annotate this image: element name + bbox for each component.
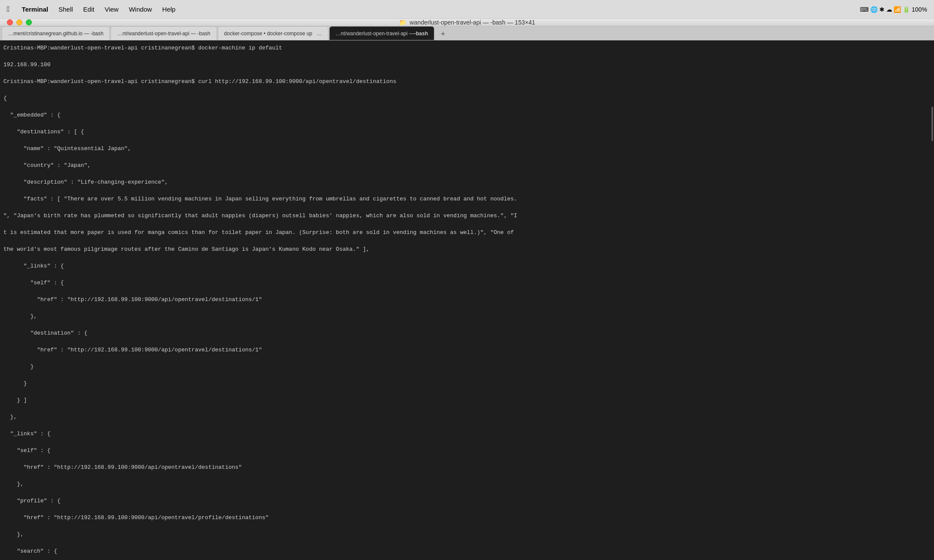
line-25: "self" : { [3,446,931,455]
terminal-area[interactable]: Cristinas-MBP:wanderlust-open-travel-api… [0,40,934,560]
line-19: "href" : "http://192.168.99.100:9000/api… [3,346,931,354]
tab-3[interactable]: docker-compose • docker-compose up … [218,26,328,40]
line-31: "search" : { [3,547,931,556]
line-29: "href" : "http://192.168.99.100:9000/api… [3,514,931,522]
line-3: Cristinas-MBP:wanderlust-open-travel-api… [3,77,931,86]
line-17: }, [3,312,931,321]
menubar-window[interactable]: Window [129,6,152,13]
close-button[interactable] [7,19,13,25]
terminal-output[interactable]: Cristinas-MBP:wanderlust-open-travel-api… [0,40,934,560]
scrollbar-track[interactable] [931,98,934,560]
menubar-edit[interactable]: Edit [83,6,94,13]
line-11: ", "Japan's birth rate has plummeted so … [3,212,931,220]
line-7: "name" : "Quintessential Japan", [3,145,931,153]
line-20: } [3,363,931,371]
window-title: wanderlust-open-travel-api — -bash — 153… [410,19,535,26]
line-5: "_embedded" : { [3,111,931,120]
line-18: "destination" : { [3,329,931,338]
line-1: Cristinas-MBP:wanderlust-open-travel-api… [3,44,931,52]
tab-4[interactable]: …nt/wanderlust-open-travel-api — -bash [329,26,435,40]
line-10: "facts" : [ "There are over 5.5 million … [3,195,931,203]
titlebar-text: 📁 wanderlust-open-travel-api — -bash — 1… [399,19,535,26]
tab-1[interactable]: …ment/cristinanegrean.github.io — -bash [2,26,110,40]
scrollbar-thumb[interactable] [931,107,933,141]
line-27: }, [3,480,931,489]
apple-menu[interactable]:  [7,5,10,14]
line-30: }, [3,530,931,539]
menubar-terminal[interactable]: Terminal [22,6,48,13]
tab-2[interactable]: …nt/wanderlust-open-travel-api — -bash [111,26,216,40]
line-14: "_links" : { [3,262,931,271]
line-8: "country" : "Japan", [3,161,931,170]
new-tab-button[interactable]: + [437,28,449,40]
line-4: { [3,94,931,103]
line-24: "_links" : { [3,430,931,438]
window-controls [7,19,32,25]
line-12: t is estimated that more paper is used f… [3,228,931,237]
line-6: "destinations" : [ { [3,128,931,136]
menubar:  Terminal Shell Edit View Window Help ⌨… [0,0,934,19]
line-2: 192.168.99.100 [3,61,931,69]
line-22: } ] [3,396,931,405]
menubar-view[interactable]: View [105,6,118,13]
folder-icon: 📁 [399,19,406,26]
line-13: the world's most famous pilgrimage route… [3,245,931,254]
line-21: } [3,379,931,388]
line-9: "description" : "Life-changing-experienc… [3,178,931,187]
tab-bar: …ment/cristinanegrean.github.io — -bash … [0,26,934,40]
terminal-window: 📁 wanderlust-open-travel-api — -bash — 1… [0,19,934,560]
line-15: "self" : { [3,279,931,287]
line-16: "href" : "http://192.168.99.100:9000/api… [3,295,931,304]
maximize-button[interactable] [26,19,32,25]
line-23: }, [3,413,931,422]
minimize-button[interactable] [16,19,22,25]
menubar-shell[interactable]: Shell [59,6,73,13]
menubar-help[interactable]: Help [162,6,176,13]
menubar-icons: ⌨ 🌐 ✱ ☁ 📶 🔋 100% [860,6,927,13]
line-28: "profile" : { [3,497,931,505]
line-26: "href" : "http://192.168.99.100:9000/api… [3,463,931,472]
menubar-right: ⌨ 🌐 ✱ ☁ 📶 🔋 100% [860,6,927,13]
titlebar: 📁 wanderlust-open-travel-api — -bash — 1… [0,19,934,26]
